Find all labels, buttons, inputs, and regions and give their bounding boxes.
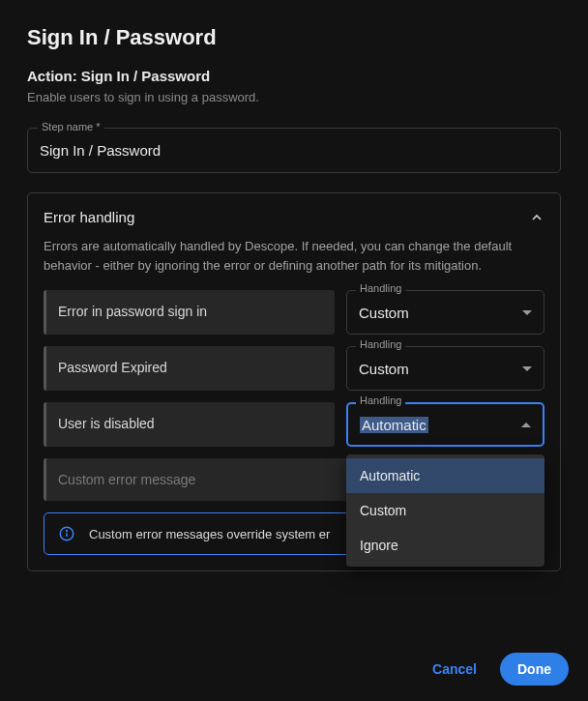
step-name-input[interactable] (28, 129, 560, 172)
action-description: Enable users to sign in using a password… (27, 90, 561, 104)
handling-select-box[interactable]: Custom (346, 290, 544, 335)
done-button[interactable]: Done (500, 653, 569, 686)
info-icon (58, 525, 75, 542)
handling-select[interactable]: Handling Custom (346, 346, 544, 391)
handling-value: Automatic (360, 417, 428, 433)
handling-select-box[interactable]: Automatic (346, 402, 544, 447)
handling-select[interactable]: Handling Automatic Automatic Custom Igno… (346, 402, 544, 447)
handling-label: Handling (356, 338, 405, 350)
section-header[interactable]: Error handling (44, 209, 544, 225)
handling-value: Custom (359, 305, 409, 321)
info-text: Custom error messages override system er (89, 527, 330, 541)
error-label: Error in password sign in (44, 290, 335, 335)
handling-label: Handling (356, 282, 405, 294)
dropdown-option-custom[interactable]: Custom (346, 493, 544, 528)
chevron-down-icon (522, 310, 532, 315)
error-row: Password Expired Handling Custom (44, 346, 544, 391)
chevron-down-icon (522, 366, 532, 371)
action-label: Action: Sign In / Password (27, 68, 561, 84)
chevron-up-icon (529, 210, 544, 225)
section-description: Errors are automatically handled by Desc… (44, 237, 544, 275)
error-row: User is disabled Handling Automatic Auto… (44, 402, 544, 447)
error-handling-section: Error handling Errors are automatically … (27, 192, 561, 571)
handling-label: Handling (356, 394, 405, 406)
dialog-footer: Cancel Done (419, 653, 569, 686)
handling-dropdown: Automatic Custom Ignore (346, 454, 544, 567)
step-name-field[interactable]: Step name * (27, 128, 561, 173)
handling-value: Custom (359, 361, 409, 377)
dropdown-option-ignore[interactable]: Ignore (346, 528, 544, 563)
error-label: Password Expired (44, 346, 335, 391)
handling-select-box[interactable]: Custom (346, 346, 544, 391)
error-label: User is disabled (44, 402, 335, 447)
cancel-button[interactable]: Cancel (419, 654, 490, 685)
settings-panel: Sign In / Password Action: Sign In / Pas… (0, 0, 588, 591)
handling-select[interactable]: Handling Custom (346, 290, 544, 335)
svg-point-2 (67, 531, 68, 532)
error-row: Error in password sign in Handling Custo… (44, 290, 544, 335)
dropdown-option-automatic[interactable]: Automatic (346, 458, 544, 493)
chevron-up-icon (521, 423, 531, 427)
section-title: Error handling (44, 209, 134, 225)
page-title: Sign In / Password (27, 25, 561, 50)
step-name-label: Step name * (38, 121, 104, 132)
